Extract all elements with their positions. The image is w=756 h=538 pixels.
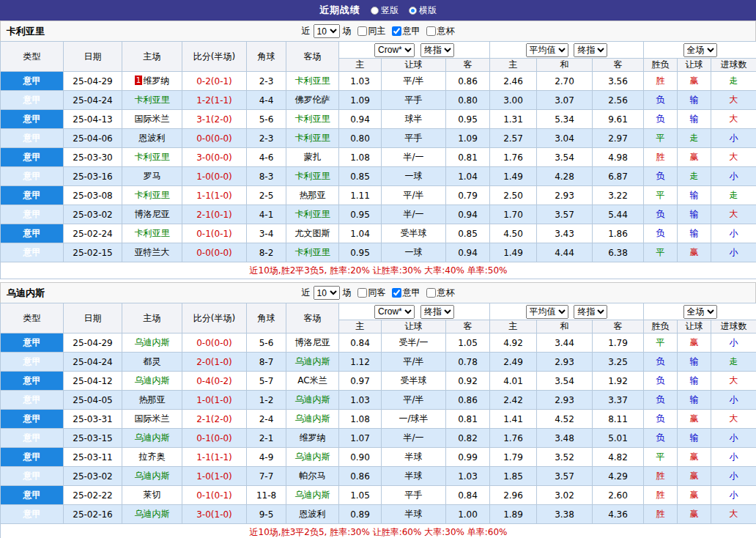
home-cell: 卡利亚里: [122, 224, 182, 243]
date-cell: 25-02-15: [64, 243, 122, 262]
odds-away-cell: 0.94: [446, 243, 490, 262]
away-team-link[interactable]: 帕尔马: [300, 471, 326, 481]
odds-away-cell: 1.09: [446, 129, 490, 148]
away-team-link[interactable]: 乌迪内斯: [295, 356, 330, 366]
home-team-link[interactable]: 维罗纳: [143, 75, 169, 86]
date-cell: 25-04-12: [64, 372, 122, 391]
away-team-link[interactable]: 卡利亚里: [295, 209, 330, 219]
filter-coppa-italia[interactable]: 意杯: [423, 287, 455, 299]
final-odds-select[interactable]: 终指: [420, 43, 454, 57]
home-team-link[interactable]: 罗马: [144, 171, 161, 181]
coppa-italia-checkbox[interactable]: [426, 26, 436, 36]
filter-same-venue[interactable]: 同客: [355, 287, 386, 299]
col-home: 主场: [122, 303, 182, 334]
result-group-header: 全场: [644, 42, 756, 59]
away-team-link[interactable]: 乌迪内斯: [295, 452, 330, 462]
home-team-link[interactable]: 卡利亚里: [135, 190, 170, 200]
filter-serie-a[interactable]: 意甲: [389, 287, 420, 299]
away-team-link[interactable]: 乌迪内斯: [295, 394, 330, 405]
away-team-link[interactable]: 佛罗伦萨: [295, 95, 330, 105]
handicap-result-cell: 赢: [678, 467, 711, 486]
avg-home-cell: 4.92: [490, 334, 537, 353]
odds-away-cell: 0.81: [446, 410, 490, 429]
match-row: 意甲 25-03-08 卡利亚里 1-1(1-0) 2-5 热那亚 1.11 平…: [1, 186, 756, 205]
col-odds-handicap: 让球: [382, 320, 446, 334]
radio-horizontal-layout[interactable]: 横版: [409, 4, 437, 17]
away-team-link[interactable]: 卡利亚里: [295, 247, 330, 257]
home-team-link[interactable]: 卡利亚里: [135, 95, 170, 105]
away-team-link[interactable]: 恩波利: [300, 509, 326, 519]
home-team-link[interactable]: 莱切: [144, 490, 161, 500]
match-count-select[interactable]: 10: [314, 286, 340, 300]
filter-same-venue[interactable]: 同主: [355, 25, 386, 37]
home-team-link[interactable]: 乌迪内斯: [135, 471, 170, 481]
same-venue-checkbox[interactable]: [357, 288, 367, 298]
away-team-link[interactable]: 热那亚: [300, 190, 326, 200]
col-odds-home: 主: [339, 59, 382, 72]
match-count-select[interactable]: 10: [314, 24, 340, 38]
away-team-link[interactable]: 乌迪内斯: [295, 413, 330, 424]
home-team-link[interactable]: 乌迪内斯: [135, 432, 170, 443]
odds-home-cell: 0.95: [339, 243, 382, 262]
home-team-link[interactable]: 博洛尼亚: [135, 209, 170, 219]
avg-draw-cell: 3.02: [537, 486, 593, 505]
away-cell: 卡利亚里: [286, 129, 339, 148]
away-team-link[interactable]: 博洛尼亚: [295, 337, 330, 347]
home-team-link[interactable]: 热那亚: [139, 394, 166, 405]
home-team-link[interactable]: 国际米兰: [135, 114, 170, 124]
away-team-link[interactable]: 卡利亚里: [295, 133, 330, 143]
home-team-link[interactable]: 卡利亚里: [135, 152, 170, 162]
home-team-link[interactable]: 乌迪内斯: [135, 337, 170, 347]
final-odds-select[interactable]: 终指: [420, 305, 454, 319]
home-team-link[interactable]: 恩波利: [139, 133, 166, 143]
serie-a-checkbox[interactable]: [392, 26, 401, 36]
away-team-link[interactable]: 蒙扎: [304, 152, 322, 162]
home-team-link[interactable]: 都灵: [144, 356, 161, 366]
radio-vertical-layout[interactable]: 竖版: [371, 4, 399, 17]
odds-away-cell: 0.92: [446, 372, 490, 391]
handicap-result-cell: 输: [678, 205, 711, 224]
home-team-link[interactable]: 拉齐奥: [139, 452, 166, 462]
avg-home-cell: 4.50: [490, 224, 537, 243]
home-team-link[interactable]: 乌迪内斯: [135, 375, 170, 386]
filter-serie-a[interactable]: 意甲: [389, 25, 420, 37]
odds-home-cell: 0.86: [339, 467, 382, 486]
away-team-link[interactable]: AC米兰: [297, 375, 327, 386]
home-team-link[interactable]: 乌迪内斯: [135, 509, 170, 519]
col-avg-away: 客: [593, 59, 644, 72]
away-team-link[interactable]: 维罗纳: [300, 432, 326, 443]
col-away: 客场: [286, 42, 339, 72]
same-venue-checkbox[interactable]: [357, 26, 367, 36]
home-team-link[interactable]: 国际米兰: [135, 413, 170, 424]
bookmaker-select[interactable]: Crow*: [374, 305, 415, 319]
home-cell: 1维罗纳: [122, 72, 182, 91]
serie-a-checkbox[interactable]: [392, 288, 401, 298]
full-match-select[interactable]: 全场: [683, 305, 717, 319]
full-match-select[interactable]: 全场: [683, 43, 717, 57]
average-select[interactable]: 平均值: [526, 305, 568, 319]
odds-home-cell: 0.94: [339, 110, 382, 129]
coppa-italia-checkbox[interactable]: [426, 288, 436, 298]
home-team-link[interactable]: 亚特兰大: [135, 247, 170, 257]
corner-cell: 8-7: [247, 353, 286, 372]
home-team-link[interactable]: 卡利亚里: [135, 228, 170, 238]
col-avg-home: 主: [490, 59, 537, 72]
away-team-link[interactable]: 卡利亚里: [295, 75, 330, 86]
radio-vertical-icon: [371, 7, 379, 15]
score-cell: 1-1(1-0): [182, 186, 247, 205]
col-avg-away: 客: [593, 320, 644, 334]
final-average-select[interactable]: 终指: [574, 305, 607, 319]
away-team-link[interactable]: 卡利亚里: [295, 114, 330, 124]
filter-coppa-italia[interactable]: 意杯: [423, 25, 455, 37]
final-average-select[interactable]: 终指: [574, 43, 607, 57]
away-team-link[interactable]: 乌迪内斯: [295, 490, 330, 500]
col-score: 比分(半场): [182, 42, 247, 72]
bookmaker-select[interactable]: Crow*: [374, 43, 415, 57]
date-cell: 25-03-11: [64, 448, 122, 467]
average-select[interactable]: 平均值: [526, 43, 568, 57]
date-cell: 25-02-24: [64, 224, 122, 243]
away-team-link[interactable]: 卡利亚里: [295, 171, 330, 181]
away-team-link[interactable]: 尤文图斯: [295, 228, 330, 238]
home-cell: 罗马: [122, 167, 182, 186]
odds-away-cell: 0.78: [446, 353, 490, 372]
